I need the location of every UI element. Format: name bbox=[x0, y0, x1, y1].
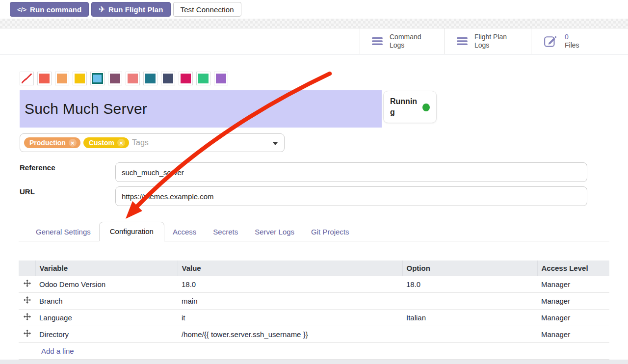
color-swatch-10[interactable] bbox=[196, 72, 210, 85]
status-green-dot bbox=[422, 104, 430, 111]
cell-option[interactable]: Italian bbox=[402, 309, 537, 326]
tag-label: Production bbox=[29, 139, 66, 147]
code-icon: </> bbox=[17, 6, 26, 13]
statusbar-strip bbox=[0, 19, 628, 28]
flight-plan-logs-button[interactable]: Flight Plan Logs bbox=[445, 28, 531, 54]
cell-variable[interactable]: Odoo Demo Version bbox=[35, 276, 178, 292]
table-header-row: Variable Value Option Access Level bbox=[19, 260, 609, 276]
tab-server-logs[interactable]: Server Logs bbox=[246, 223, 303, 241]
run-flight-plan-button[interactable]: ✈ Run Flight Plan bbox=[91, 2, 170, 17]
color-swatch-8[interactable] bbox=[161, 72, 175, 85]
row-drag-handle[interactable] bbox=[19, 276, 35, 292]
reference-input[interactable] bbox=[115, 162, 587, 182]
table-row: LanguageitItalianManager bbox=[19, 309, 609, 326]
tag-custom[interactable]: Custom× bbox=[83, 137, 129, 148]
cell-access-level[interactable]: Manager bbox=[537, 292, 609, 309]
color-swatch-fill bbox=[57, 74, 67, 83]
table-row: Odoo Demo Version18.018.0Manager bbox=[19, 276, 609, 292]
tag-remove-icon[interactable]: × bbox=[117, 139, 125, 147]
cell-value[interactable]: /home/{{ tower.server.ssh_username }} bbox=[178, 326, 402, 342]
cell-variable[interactable]: Directory bbox=[35, 326, 178, 342]
run-command-label: Run command bbox=[30, 5, 81, 14]
cell-value[interactable]: main bbox=[178, 292, 402, 309]
color-swatch-2[interactable] bbox=[55, 72, 69, 85]
cell-access-level[interactable]: Manager bbox=[537, 309, 609, 326]
tag-production[interactable]: Production× bbox=[24, 137, 80, 148]
tab-access[interactable]: Access bbox=[164, 223, 205, 241]
tab-configuration[interactable]: Configuration bbox=[99, 222, 164, 241]
color-swatch-3[interactable] bbox=[73, 72, 87, 85]
list-icon bbox=[457, 37, 468, 46]
cell-variable[interactable]: Language bbox=[35, 309, 178, 326]
files-label: Files bbox=[565, 41, 579, 49]
color-swatch-0[interactable] bbox=[20, 72, 34, 85]
color-swatch-fill bbox=[163, 74, 173, 83]
record-title: Such Much Server bbox=[25, 101, 147, 117]
color-swatch-fill bbox=[145, 74, 156, 83]
color-swatch-11[interactable] bbox=[214, 72, 228, 85]
color-swatch-1[interactable] bbox=[37, 72, 52, 85]
drag-handle-icon bbox=[24, 313, 31, 320]
cell-variable[interactable]: Branch bbox=[35, 292, 178, 309]
top-action-bar: </> Run command ✈ Run Flight Plan Test C… bbox=[0, 0, 628, 19]
chevron-down-icon[interactable] bbox=[273, 142, 278, 145]
cell-value[interactable]: 18.0 bbox=[178, 276, 402, 292]
color-swatch-fill bbox=[198, 74, 209, 83]
tags-field[interactable]: Production×Custom× Tags bbox=[20, 133, 285, 152]
color-swatch-5[interactable] bbox=[108, 72, 122, 85]
test-connection-button[interactable]: Test Connection bbox=[173, 2, 241, 17]
table-row: Directory/home/{{ tower.server.ssh_usern… bbox=[19, 326, 609, 342]
color-swatch-4[interactable] bbox=[90, 72, 105, 85]
row-drag-handle[interactable] bbox=[19, 292, 35, 309]
drag-handle-icon bbox=[24, 330, 31, 337]
test-connection-label: Test Connection bbox=[181, 5, 234, 14]
title-field[interactable]: Such Much Server bbox=[20, 90, 382, 128]
cell-access-level[interactable]: Manager bbox=[537, 326, 609, 342]
color-swatch-fill bbox=[75, 74, 85, 83]
drag-handle-icon bbox=[24, 280, 31, 287]
color-swatch-7[interactable] bbox=[143, 72, 157, 85]
cell-access-level[interactable]: Manager bbox=[537, 276, 609, 292]
cell-value[interactable]: it bbox=[178, 309, 402, 326]
run-flight-plan-label: Run Flight Plan bbox=[108, 5, 163, 14]
status-label: Running bbox=[390, 96, 418, 117]
edit-file-icon bbox=[543, 34, 558, 49]
tab-secrets[interactable]: Secrets bbox=[205, 223, 246, 241]
flight-plan-logs-label: Flight Plan Logs bbox=[474, 33, 516, 50]
color-palette bbox=[20, 72, 228, 85]
handle-column-header bbox=[19, 260, 35, 276]
files-button[interactable]: 0 Files bbox=[531, 28, 628, 54]
tab-general-settings[interactable]: General Settings bbox=[27, 223, 99, 241]
table-row: BranchmainManager bbox=[19, 292, 609, 309]
cell-option[interactable] bbox=[402, 326, 537, 342]
tag-remove-icon[interactable]: × bbox=[69, 139, 77, 147]
color-swatch-6[interactable] bbox=[126, 72, 140, 85]
no-color-icon bbox=[22, 74, 32, 83]
url-input[interactable] bbox=[115, 186, 587, 206]
cell-option[interactable] bbox=[402, 292, 537, 309]
row-drag-handle[interactable] bbox=[19, 326, 35, 342]
plane-icon: ✈ bbox=[99, 5, 105, 14]
files-count: 0 bbox=[565, 33, 579, 42]
column-header-option: Option bbox=[402, 260, 537, 276]
row-drag-handle[interactable] bbox=[19, 309, 35, 326]
command-logs-button[interactable]: Command Logs bbox=[360, 28, 445, 54]
list-icon bbox=[372, 37, 383, 46]
color-swatch-fill bbox=[92, 73, 103, 84]
status-button[interactable]: Running bbox=[383, 91, 437, 123]
add-line-row: Add a line bbox=[19, 342, 609, 359]
add-a-line-link[interactable]: Add a line bbox=[23, 347, 74, 355]
tab-git-projects[interactable]: Git Projects bbox=[303, 223, 358, 241]
run-command-button[interactable]: </> Run command bbox=[10, 2, 89, 17]
cell-option[interactable]: 18.0 bbox=[402, 276, 537, 292]
color-swatch-fill bbox=[128, 74, 138, 83]
tag-label: Custom bbox=[89, 139, 114, 147]
color-swatch-9[interactable] bbox=[179, 72, 193, 85]
tags-list: Production×Custom× bbox=[24, 137, 129, 148]
config-table-body: Odoo Demo Version18.018.0ManagerBranchma… bbox=[19, 276, 609, 342]
tags-placeholder: Tags bbox=[132, 138, 149, 147]
form-header: Command Logs Flight Plan Logs 0 Files bbox=[0, 28, 628, 54]
bottom-strip bbox=[0, 360, 628, 364]
command-logs-label: Command Logs bbox=[390, 33, 431, 50]
color-swatch-fill bbox=[110, 74, 120, 83]
